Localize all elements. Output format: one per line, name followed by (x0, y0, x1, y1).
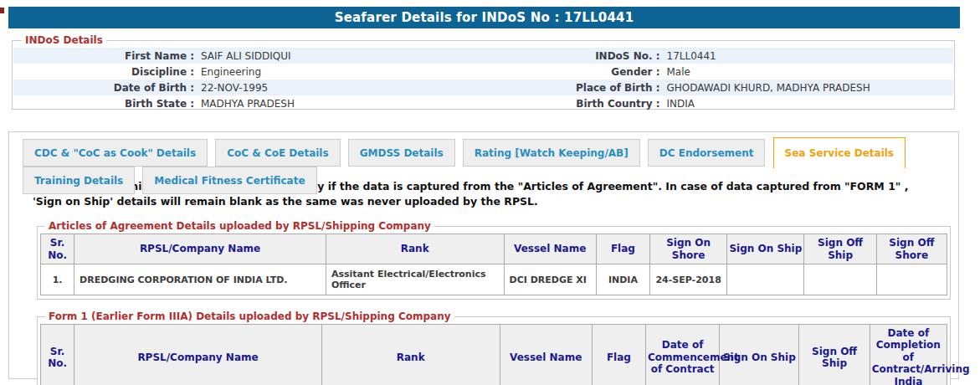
aoa-col-sign-off-ship: Sign Off Ship (804, 234, 876, 264)
aoa-header-row: Sr. No. RPSL/Company Name Rank Vessel Na… (41, 234, 947, 264)
discipline-label: Discipline : (13, 64, 198, 80)
page-title: Seafarer Details for INDoS No : 17LL0441 (8, 7, 960, 28)
tab-cdc-coc-as-cook-details[interactable]: CDC & "CoC as Cook" Details (23, 139, 208, 167)
indos-details-legend: INDoS Details (22, 34, 106, 46)
gender-label: Gender : (488, 64, 664, 80)
indos-row-4: Birth State : MADHYA PRADESH Birth Count… (13, 95, 953, 111)
aoa-col-rank: Rank (326, 234, 504, 264)
tab-training-details[interactable]: Training Details (23, 167, 135, 194)
page-corner-artifact (0, 8, 4, 13)
place-of-birth-value: GHODAWADI KHURD, MADHYA PRADESH (664, 80, 954, 95)
cell-sign-on-shore: 24-SEP-2018 (649, 264, 726, 295)
cell-vessel: DCI DREDGE XI (504, 264, 596, 295)
form1-col-vessel: Vessel Name (500, 325, 592, 385)
tab-coc-coe-details[interactable]: CoC & CoE Details (215, 139, 340, 167)
cell-sign-off-ship (804, 264, 876, 295)
date-of-birth-label: Date of Birth : (13, 80, 198, 95)
cell-sign-off-shore (876, 264, 947, 295)
indos-no-value: 17LL0441 (664, 48, 954, 64)
aoa-col-flag: Flag (596, 234, 649, 264)
aoa-data-row: 1. DREDGING CORPORATION OF INDIA LTD. As… (41, 264, 947, 295)
aoa-col-sign-on-shore: Sign On Shore (649, 234, 726, 264)
cell-flag: INDIA (596, 264, 649, 295)
form1-col-date-commencement: Date of Commencement of Contract (645, 325, 719, 385)
aoa-section: Articles of Agreement Details uploaded b… (37, 220, 951, 300)
aoa-table: Sr. No. RPSL/Company Name Rank Vessel Na… (40, 234, 947, 295)
cell-sign-on-ship (727, 264, 804, 295)
birth-country-label: Birth Country : (488, 95, 664, 111)
form1-section: Form 1 (Earlier Form IIIA) Details uploa… (37, 311, 951, 385)
birth-state-value: MADHYA PRADESH (198, 95, 488, 111)
aoa-section-legend: Articles of Agreement Details uploaded b… (45, 220, 434, 232)
indos-row-3: Date of Birth : 22-NOV-1995 Place of Bir… (13, 80, 953, 95)
first-name-value: SAIF ALI SIDDIQUI (198, 48, 488, 64)
place-of-birth-label: Place of Birth : (488, 80, 664, 95)
tab-sea-service-details[interactable]: Sea Service Details (773, 137, 906, 168)
form1-col-sign-on-ship: Sign On Ship (720, 325, 799, 385)
form1-section-legend: Form 1 (Earlier Form IIIA) Details uploa… (45, 311, 454, 322)
birth-state-label: Birth State : (13, 95, 198, 111)
discipline-value: Engineering (198, 64, 488, 80)
indos-details-section: INDoS Details First Name : SAIF ALI SIDD… (12, 34, 955, 110)
form1-col-sign-off-ship: Sign Off Ship (799, 325, 870, 385)
form1-col-rank: Rank (321, 325, 500, 385)
tab-bar: CDC & "CoC as Cook" Details CoC & CoE De… (9, 132, 958, 162)
form1-col-date-completion: Date of Completion of Contract/Arriving … (870, 325, 947, 385)
birth-country-value: INDIA (664, 95, 954, 111)
cell-sr-no: 1. (41, 264, 74, 295)
indos-row-2: Discipline : Engineering Gender : Male (13, 64, 953, 80)
first-name-label: First Name : (13, 48, 198, 64)
cell-rank: Assitant Electrical/Electronics Officer (326, 264, 504, 295)
aoa-col-company: RPSL/Company Name (74, 234, 326, 264)
form1-table: Sr. No. RPSL/Company Name Rank Vessel Na… (40, 324, 947, 385)
gender-value: Male (664, 64, 954, 80)
details-panel: CDC & "CoC as Cook" Details CoC & CoE De… (8, 131, 959, 379)
indos-no-label: INDoS No. : (488, 48, 664, 64)
form1-col-sr-no: Sr. No. (41, 325, 74, 385)
tab-dc-endorsement[interactable]: DC Endorsement (648, 139, 766, 167)
page: Seafarer Details for INDoS No : 17LL0441… (0, 0, 980, 385)
tab-rating-watch-keeping-ab[interactable]: Rating [Watch Keeping/AB] (463, 139, 640, 167)
form1-col-company: RPSL/Company Name (74, 325, 322, 385)
tab-medical-fitness-certificate[interactable]: Medical Fitness Certificate (142, 167, 316, 194)
date-of-birth-value: 22-NOV-1995 (198, 80, 488, 95)
aoa-col-sign-off-shore: Sign Off Shore (876, 234, 947, 264)
aoa-col-sr-no: Sr. No. (41, 234, 74, 264)
form1-header-row: Sr. No. RPSL/Company Name Rank Vessel Na… (41, 325, 947, 385)
aoa-col-vessel: Vessel Name (504, 234, 596, 264)
aoa-col-sign-on-ship: Sign On Ship (727, 234, 804, 264)
indos-details-table: First Name : SAIF ALI SIDDIQUI INDoS No.… (13, 48, 953, 111)
tab-gmdss-details[interactable]: GMDSS Details (348, 139, 455, 167)
cell-company: DREDGING CORPORATION OF INDIA LTD. (74, 264, 326, 295)
form1-col-flag: Flag (592, 325, 645, 385)
indos-row-1: First Name : SAIF ALI SIDDIQUI INDoS No.… (13, 48, 953, 64)
